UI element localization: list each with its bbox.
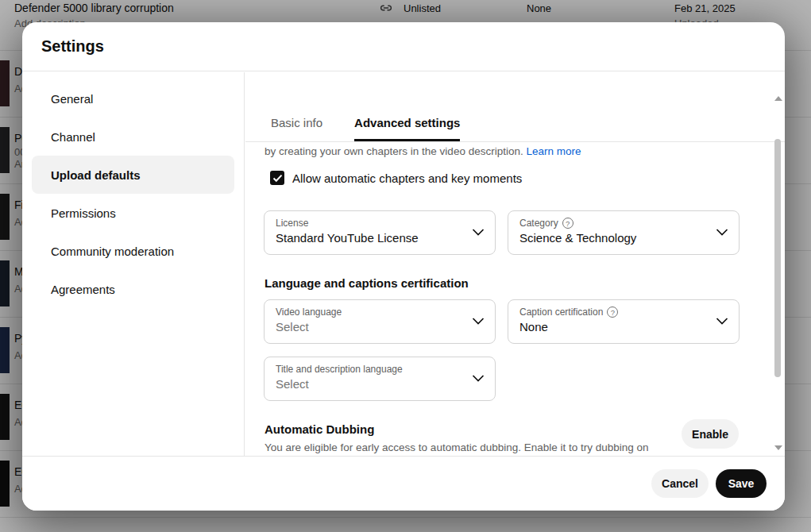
tab-advanced-settings[interactable]: Advanced settings bbox=[354, 103, 460, 141]
automatic-chapters-row: Allow automatic chapters and key moments bbox=[270, 171, 522, 185]
dialog-header: Settings bbox=[22, 22, 785, 71]
language-section-title: Language and captions certification bbox=[265, 276, 469, 290]
title-description-language-value: Select bbox=[276, 377, 484, 391]
settings-sidebar: General Channel Upload defaults Permissi… bbox=[22, 72, 245, 456]
advanced-settings-panel: by creating your own chapters in the vid… bbox=[245, 142, 785, 478]
chapters-learn-more-link[interactable]: Learn more bbox=[526, 145, 581, 157]
sidebar-item-label: Channel bbox=[51, 130, 95, 144]
help-icon[interactable]: ? bbox=[562, 218, 573, 229]
chevron-down-icon bbox=[472, 375, 485, 382]
tab-label: Advanced settings bbox=[354, 116, 460, 129]
category-dropdown[interactable]: Category ? Science & Technology bbox=[508, 210, 740, 255]
caption-certification-value: None bbox=[519, 320, 728, 333]
license-value: Standard YouTube License bbox=[276, 231, 484, 245]
caption-certification-label: Caption certification ? bbox=[519, 306, 728, 318]
license-label: License bbox=[276, 218, 484, 229]
chevron-down-icon bbox=[472, 229, 485, 236]
chevron-down-icon bbox=[716, 229, 728, 236]
sidebar-item-general[interactable]: General bbox=[32, 79, 234, 118]
caption-certification-dropdown[interactable]: Caption certification ? None bbox=[508, 299, 740, 344]
title-description-language-label: Title and description language bbox=[276, 364, 484, 375]
sidebar-item-upload-defaults[interactable]: Upload defaults bbox=[32, 156, 234, 194]
category-label-text: Category bbox=[519, 218, 558, 229]
active-tab-indicator bbox=[354, 139, 460, 141]
scroll-down-arrow-icon[interactable] bbox=[774, 445, 782, 450]
dialog-footer: Cancel Save bbox=[22, 456, 785, 511]
settings-dialog: Settings General Channel Upload defaults… bbox=[22, 22, 785, 511]
chapters-description-text: by creating your own chapters in the vid… bbox=[265, 145, 523, 157]
caption-certification-label-text: Caption certification bbox=[519, 306, 603, 318]
chevron-down-icon bbox=[716, 318, 728, 325]
save-button[interactable]: Save bbox=[716, 469, 767, 498]
title-description-language-dropdown[interactable]: Title and description language Select bbox=[264, 357, 496, 401]
chevron-down-icon bbox=[472, 318, 485, 325]
scrollbar-thumb[interactable] bbox=[774, 139, 781, 377]
sidebar-item-agreements[interactable]: Agreements bbox=[32, 270, 234, 308]
sidebar-item-community-moderation[interactable]: Community moderation bbox=[32, 232, 234, 270]
sidebar-item-channel[interactable]: Channel bbox=[32, 118, 234, 156]
tab-label: Basic info bbox=[271, 116, 322, 129]
category-value: Science & Technology bbox=[519, 231, 728, 245]
video-language-dropdown[interactable]: Video language Select bbox=[264, 299, 496, 344]
tab-bar: Basic info Advanced settings bbox=[245, 72, 785, 142]
dialog-scrollbar[interactable] bbox=[773, 72, 782, 453]
category-label: Category ? bbox=[519, 218, 728, 229]
tab-basic-info[interactable]: Basic info bbox=[271, 103, 322, 141]
sidebar-item-label: General bbox=[51, 92, 93, 106]
scroll-up-arrow-icon[interactable] bbox=[774, 96, 782, 101]
chapters-description: by creating your own chapters in the vid… bbox=[265, 145, 581, 157]
help-icon[interactable]: ? bbox=[607, 306, 618, 318]
sidebar-item-label: Upload defaults bbox=[51, 168, 141, 182]
license-dropdown[interactable]: License Standard YouTube License bbox=[264, 210, 496, 255]
video-language-label: Video language bbox=[276, 306, 484, 318]
automatic-chapters-label: Allow automatic chapters and key moments bbox=[292, 172, 522, 185]
automatic-dubbing-title: Automatic Dubbing bbox=[265, 422, 374, 436]
sidebar-item-permissions[interactable]: Permissions bbox=[32, 194, 234, 232]
sidebar-item-label: Agreements bbox=[51, 283, 115, 296]
enable-dubbing-button[interactable]: Enable bbox=[682, 419, 739, 449]
checkmark-icon bbox=[272, 174, 283, 183]
automatic-chapters-checkbox[interactable] bbox=[270, 171, 284, 185]
dialog-title: Settings bbox=[41, 37, 104, 56]
sidebar-item-label: Permissions bbox=[51, 206, 116, 220]
sidebar-item-label: Community moderation bbox=[51, 245, 174, 258]
cancel-button[interactable]: Cancel bbox=[651, 469, 709, 498]
video-language-value: Select bbox=[276, 320, 484, 333]
